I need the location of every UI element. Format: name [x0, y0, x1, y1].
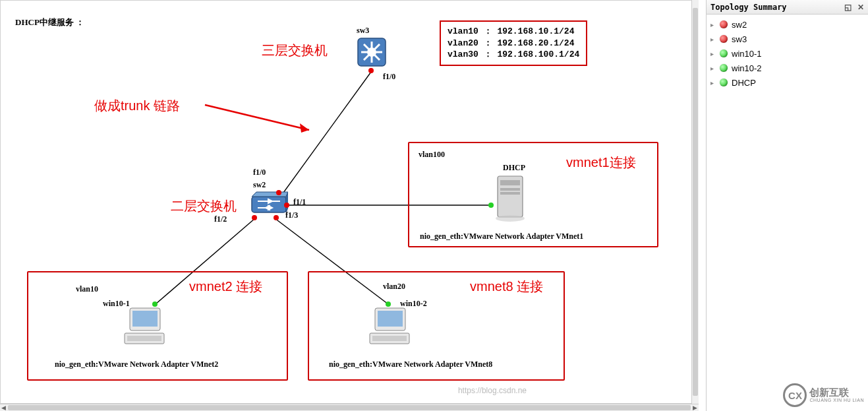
svg-rect-27 [500, 188, 520, 191]
sw2-port-f10: f1/0 [253, 168, 266, 177]
chevron-right-icon: ▸ [710, 65, 717, 72]
annotation-l2-switch: 二层交换机 [171, 197, 237, 215]
chevron-right-icon: ▸ [710, 36, 717, 43]
sw2-port-f10-dot [276, 190, 281, 195]
win10-2-vlan-label: vlan20 [383, 282, 405, 292]
annotation-vmnet8: vmnet8 连接 [470, 278, 543, 296]
svg-point-29 [496, 215, 525, 222]
dhcp-port-dot [488, 203, 494, 208]
tree-item-label: sw3 [732, 34, 747, 44]
status-dot-red-icon [720, 35, 728, 43]
chevron-right-icon: ▸ [710, 50, 717, 57]
annotation-vmnet1: vmnet1连接 [566, 154, 636, 172]
svg-rect-31 [132, 311, 158, 327]
sw3-label: sw3 [357, 26, 369, 36]
svg-rect-33 [127, 336, 161, 341]
horizontal-scrollbar[interactable]: ◀ ▶ [0, 404, 699, 411]
horizontal-scrollbar-thumb[interactable] [8, 405, 691, 410]
node-win10-2[interactable] [368, 305, 413, 352]
svg-line-0 [278, 72, 371, 200]
watermark-name: 创新互联 [809, 387, 864, 398]
tree-item-dhcp[interactable]: ▸ DHCP [707, 75, 868, 90]
tree-item-label: win10-1 [732, 49, 762, 59]
tree-item-win10-2[interactable]: ▸ win10-2 [707, 61, 868, 75]
chevron-right-icon: ▸ [710, 79, 717, 86]
vertical-scrollbar[interactable] [691, 0, 699, 404]
sw2-label: sw2 [253, 180, 266, 190]
cx-logo-icon: CX [783, 383, 807, 407]
svg-marker-5 [300, 123, 309, 133]
tree-item-sw2[interactable]: ▸ sw2 [707, 17, 868, 32]
tree-item-label: DHCP [732, 78, 756, 88]
tree-item-label: sw2 [732, 20, 747, 30]
win10-1-label: win10-1 [103, 299, 130, 309]
dhcp-label: DHCP [503, 163, 525, 173]
watermark-logo: CX 创新互联 CHUANG XIN HU LIAN [783, 383, 864, 407]
topology-summary-panel: Topology Summary ◱ ✕ ▸ sw2 ▸ sw3 ▸ win10… [706, 0, 868, 411]
status-dot-green-icon [720, 49, 728, 57]
watermark-sub: CHUANG XIN HU LIAN [809, 398, 864, 403]
sw2-port-f12: f1/2 [214, 214, 227, 224]
sw2-port-f11-dot [284, 203, 289, 208]
status-dot-green-icon [720, 64, 728, 72]
svg-rect-37 [372, 336, 407, 341]
vertical-scrollbar-thumb[interactable] [693, 8, 698, 396]
panel-close-icon[interactable]: ✕ [857, 3, 864, 12]
dhcp-adapter: nio_gen_eth:VMware Network Adapter VMnet… [420, 232, 583, 241]
sw2-port-f11: f1/1 [293, 197, 306, 207]
win10-1-adapter: nio_gen_eth:VMware Network Adapter VMnet… [55, 360, 218, 369]
sw2-port-f13-dot [274, 215, 279, 220]
win10-2-port-dot [386, 301, 391, 307]
status-dot-red-icon [720, 20, 728, 28]
win10-2-label: win10-2 [400, 299, 427, 309]
sw2-port-f13: f1/3 [285, 210, 298, 220]
win10-1-vlan-label: vlan10 [76, 284, 98, 294]
topology-summary-title-bar[interactable]: Topology Summary ◱ ✕ [707, 0, 868, 15]
dhcp-vlan-label: vlan100 [419, 150, 445, 160]
svg-line-4 [205, 105, 309, 130]
win10-2-adapter: nio_gen_eth:VMware Network Adapter VMnet… [329, 360, 492, 369]
status-dot-green-icon [720, 79, 728, 86]
chevron-right-icon: ▸ [710, 21, 717, 28]
node-sw3[interactable] [357, 37, 387, 70]
svg-rect-28 [500, 192, 520, 195]
node-dhcp[interactable] [492, 172, 528, 226]
tree-item-label: win10-2 [732, 63, 762, 73]
svg-rect-26 [500, 180, 520, 185]
svg-marker-17 [252, 192, 288, 197]
tree-item-win10-1[interactable]: ▸ win10-1 [707, 46, 868, 61]
sw2-port-f12-dot [252, 215, 257, 220]
win10-1-port-dot [152, 301, 158, 307]
annotation-l3-switch: 三层交换机 [262, 42, 328, 59]
watermark-url: https://blog.csdn.ne [458, 386, 527, 395]
sw3-port-f10-dot [368, 68, 374, 73]
tree-item-sw3[interactable]: ▸ sw3 [707, 32, 868, 46]
sw3-port-f10: f1/0 [383, 72, 395, 82]
topology-tree: ▸ sw2 ▸ sw3 ▸ win10-1 ▸ win10-2 ▸ DHCP [707, 15, 868, 92]
panel-undock-icon[interactable]: ◱ [844, 3, 852, 12]
topology-summary-title: Topology Summary [710, 3, 787, 12]
annotation-vmnet2: vmnet2 连接 [189, 278, 262, 296]
node-win10-1[interactable] [123, 305, 168, 352]
topology-canvas[interactable]: DHCP中继服务 ： vlan10 ： 192.168.10.1/24 vlan… [0, 0, 699, 404]
svg-rect-35 [378, 311, 403, 327]
annotation-trunk: 做成trunk 链路 [94, 97, 180, 115]
